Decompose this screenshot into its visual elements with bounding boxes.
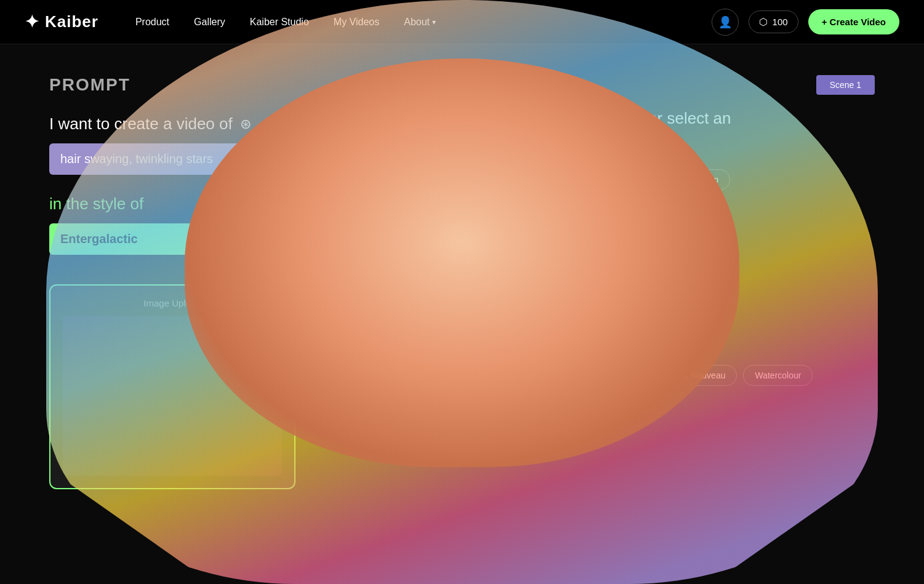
header-right: 👤 ⬡ 100 + Create Video [712,9,899,36]
user-account-button[interactable]: 👤 [712,9,739,36]
logo-text: Kaiber [45,12,98,31]
image-preview [63,316,282,476]
user-icon: 👤 [718,15,732,29]
image-upload-box[interactable]: Image Upload [49,284,295,489]
left-panel: PROMPT I want to create a video of ⊛ ← i… [49,75,406,489]
logo-icon: ✦ [25,12,39,32]
credits-value: 100 [773,17,788,27]
nav-gallery[interactable]: Gallery [194,17,225,28]
create-video-button[interactable]: + Create Video [808,9,899,34]
credits-icon: ⬡ [759,16,768,28]
scene-badge: Scene 1 [816,75,875,95]
main-content: PROMPT I want to create a video of ⊛ ← i… [0,44,924,520]
credits-button[interactable]: ⬡ 100 [749,10,798,33]
logo[interactable]: ✦ Kaiber [25,12,98,32]
nav-product[interactable]: Product [135,17,169,28]
